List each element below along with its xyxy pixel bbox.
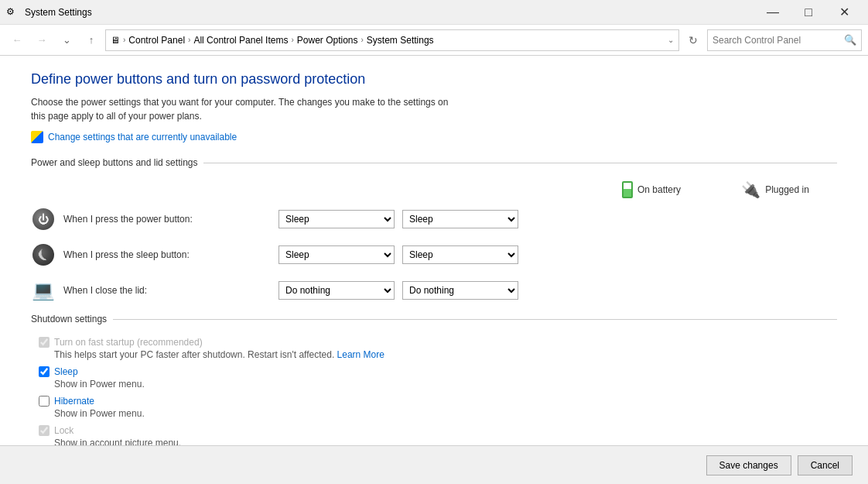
power-button-icon <box>31 207 56 232</box>
fast-startup-checkbox[interactable] <box>39 337 50 348</box>
sleep-btn-icon <box>32 244 54 266</box>
hibernate-label: Hibernate <box>54 396 94 407</box>
power-button-row: When I press the power button: Do nothin… <box>31 207 837 232</box>
recent-locations-button[interactable]: ⌄ <box>56 29 77 51</box>
sleep-button-label-group: When I press the sleep button: <box>31 242 279 267</box>
title-bar: ⚙ System Settings — □ ✕ <box>0 0 868 25</box>
lid-label: When I close the lid: <box>63 285 147 296</box>
sleep-button-row: When I press the sleep button: Do nothin… <box>31 242 837 267</box>
breadcrumb: 🖥 › Control Panel › All Control Panel It… <box>111 35 434 46</box>
content-wrapper: Define power buttons and turn on passwor… <box>0 56 868 484</box>
shield-icon <box>31 131 43 143</box>
search-box: 🔍 <box>707 29 862 51</box>
up-button[interactable]: ↑ <box>80 29 102 51</box>
sleep-button-battery-select[interactable]: Do nothing Sleep Hibernate Shut down Tur… <box>279 245 395 264</box>
hibernate-desc: Show in Power menu. <box>39 408 837 419</box>
search-input[interactable] <box>713 35 844 46</box>
on-battery-label: On battery <box>637 184 681 195</box>
hibernate-checkbox[interactable] <box>39 396 50 407</box>
plugged-in-label: Plugged in <box>765 184 809 195</box>
maximize-button[interactable]: □ <box>791 0 826 25</box>
lid-dropdowns: Do nothing Sleep Hibernate Shut down Tur… <box>279 281 518 300</box>
bottom-bar: Save changes Cancel <box>0 445 868 484</box>
lid-label-group: 💻 When I close the lid: <box>31 278 279 303</box>
battery-icon <box>622 181 633 198</box>
breadcrumb-all-items: All Control Panel Items <box>193 35 288 46</box>
breadcrumb-control-panel: Control Panel <box>128 35 185 46</box>
shutdown-section-divider <box>113 319 837 320</box>
breadcrumb-icon: 🖥 <box>111 35 120 46</box>
on-battery-header: On battery <box>589 180 713 199</box>
page-title: Define power buttons and turn on passwor… <box>31 71 837 88</box>
app-icon: ⚙ <box>6 6 19 19</box>
learn-more-link[interactable]: Learn More <box>337 349 384 360</box>
sleep-label: Sleep <box>54 366 78 377</box>
sleep-desc: Show in Power menu. <box>39 379 837 390</box>
lid-icon-symbol: 💻 <box>32 280 55 301</box>
sleep-checkbox[interactable] <box>39 366 50 377</box>
hibernate-item: Hibernate Show in Power menu. <box>39 396 837 419</box>
sleep-button-dropdowns: Do nothing Sleep Hibernate Shut down Tur… <box>279 245 518 264</box>
lock-checkbox[interactable] <box>39 425 50 436</box>
sleep-button-plugged-select[interactable]: Do nothing Sleep Hibernate Shut down Tur… <box>402 245 518 264</box>
breadcrumb-system-settings: System Settings <box>367 35 434 46</box>
forward-button[interactable]: → <box>31 29 53 51</box>
breadcrumb-dropdown-icon: ⌄ <box>668 36 674 44</box>
window-controls: — □ ✕ <box>755 0 862 25</box>
breadcrumb-container[interactable]: 🖥 › Control Panel › All Control Panel It… <box>105 29 679 51</box>
lock-label: Lock <box>54 425 73 436</box>
shutdown-section-header: Shutdown settings <box>31 314 837 324</box>
power-button-dropdowns: Do nothing Sleep Hibernate Shut down Tur… <box>279 210 518 228</box>
shutdown-section-title: Shutdown settings <box>31 314 107 324</box>
refresh-button[interactable]: ↻ <box>682 29 704 51</box>
close-button[interactable]: ✕ <box>826 0 862 25</box>
address-bar: ← → ⌄ ↑ 🖥 › Control Panel › All Control … <box>0 25 868 56</box>
fast-startup-item: Turn on fast startup (recommended) This … <box>39 337 837 360</box>
power-sleep-section-title: Power and sleep buttons and lid settings <box>31 157 197 168</box>
lid-icon: 💻 <box>31 278 56 303</box>
back-button[interactable]: ← <box>6 29 28 51</box>
cancel-button[interactable]: Cancel <box>798 455 853 475</box>
shutdown-items: Turn on fast startup (recommended) This … <box>31 337 837 448</box>
change-settings-link[interactable]: Change settings that are currently unava… <box>31 131 837 143</box>
lid-row: 💻 When I close the lid: Do nothing Sleep… <box>31 278 837 303</box>
sleep-button-icon <box>31 242 56 267</box>
breadcrumb-power-options: Power Options <box>297 35 358 46</box>
title-text: System Settings <box>25 7 92 18</box>
save-changes-button[interactable]: Save changes <box>706 455 791 475</box>
power-button-battery-select[interactable]: Do nothing Sleep Hibernate Shut down Tur… <box>279 210 395 228</box>
fast-startup-label: Turn on fast startup (recommended) <box>54 337 203 348</box>
settings-grid: On battery 🔌 Plugged in When I press the… <box>31 180 837 303</box>
change-settings-text: Change settings that are currently unava… <box>48 132 237 142</box>
power-sleep-section-header: Power and sleep buttons and lid settings <box>31 157 837 168</box>
lid-plugged-select[interactable]: Do nothing Sleep Hibernate Shut down Tur… <box>402 281 518 300</box>
sleep-item: Sleep Show in Power menu. <box>39 366 837 390</box>
power-btn-icon <box>32 208 54 230</box>
plug-icon: 🔌 <box>741 180 760 199</box>
main-content: Define power buttons and turn on passwor… <box>0 56 868 453</box>
plugged-in-header: 🔌 Plugged in <box>713 180 837 199</box>
column-headers: On battery 🔌 Plugged in <box>31 180 837 199</box>
sleep-button-label: When I press the sleep button: <box>63 249 190 260</box>
power-button-label-group: When I press the power button: <box>31 207 279 232</box>
lid-battery-select[interactable]: Do nothing Sleep Hibernate Shut down Tur… <box>279 281 395 300</box>
section-divider <box>203 163 837 163</box>
search-icon: 🔍 <box>844 34 856 46</box>
page-description: Choose the power settings that you want … <box>31 95 464 123</box>
power-button-plugged-select[interactable]: Do nothing Sleep Hibernate Shut down Tur… <box>402 210 518 228</box>
minimize-button[interactable]: — <box>755 0 791 25</box>
shutdown-section: Shutdown settings Turn on fast startup (… <box>31 314 837 448</box>
fast-startup-desc: This helps start your PC faster after sh… <box>39 349 837 360</box>
power-button-label: When I press the power button: <box>63 214 193 225</box>
